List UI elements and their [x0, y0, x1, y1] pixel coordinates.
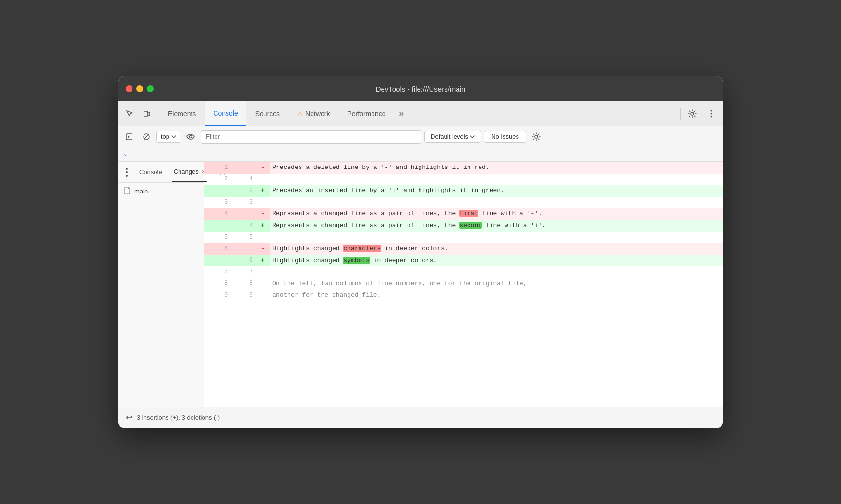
svg-point-5	[711, 116, 712, 117]
line-marker	[254, 278, 270, 290]
table-row: 6 - Highlights changed characters in dee…	[204, 243, 723, 255]
new-line-num: 4	[229, 220, 254, 232]
new-line-num: 9	[229, 289, 254, 301]
line-marker	[254, 266, 270, 277]
line-content: Precedes an inserted line by a '+' and h…	[270, 185, 723, 197]
line-marker	[254, 197, 270, 208]
line-marker: +	[254, 220, 270, 232]
eye-icon[interactable]	[183, 130, 198, 144]
line-content: Highlights changed characters in deeper …	[270, 243, 723, 255]
undo-icon[interactable]: ↩	[126, 413, 132, 422]
line-content	[270, 266, 723, 277]
line-content	[270, 232, 723, 243]
line-content: another for the changed file.	[270, 289, 723, 301]
line-content	[270, 174, 723, 185]
svg-point-3	[711, 110, 712, 111]
titlebar-title: DevTools - file:///Users/main	[376, 85, 466, 93]
top-dropdown[interactable]: top	[156, 131, 180, 143]
file-icon	[124, 187, 131, 196]
old-line-num: 9	[204, 289, 229, 301]
tab-elements[interactable]: Elements	[160, 101, 204, 126]
sidebar-header: Console Changes ✕ ✕	[118, 162, 204, 183]
sidebar-tab-console[interactable]: Console	[137, 162, 164, 182]
svg-point-4	[711, 113, 712, 114]
line-content: Represents a changed line as a pair of l…	[270, 208, 723, 220]
sidebar-file-item[interactable]: main	[118, 183, 204, 200]
new-line-num	[229, 208, 254, 220]
old-line-num: 5	[204, 232, 229, 243]
table-row: 9 9 another for the changed file.	[204, 289, 723, 301]
line-content	[270, 197, 723, 208]
line-marker: -	[254, 162, 270, 174]
customize-icon[interactable]	[704, 106, 719, 121]
console-settings-icon[interactable]	[529, 130, 543, 144]
close-button[interactable]	[126, 85, 132, 92]
line-content: On the left, two columns of line numbers…	[270, 278, 723, 290]
line-marker: +	[254, 185, 270, 197]
run-script-icon[interactable]	[122, 130, 136, 144]
new-line-num: 3	[229, 197, 254, 208]
warning-icon: ⚠	[297, 110, 303, 118]
table-row: 6 + Highlights changed symbols in deeper…	[204, 255, 723, 267]
tabs-bar: Elements Console Sources ⚠ Network Perfo…	[118, 101, 723, 126]
old-line-num	[204, 255, 229, 267]
sidebar-tab-changes[interactable]: Changes ✕	[172, 162, 207, 182]
highlight-del: first	[459, 210, 478, 217]
no-issues-button[interactable]: No Issues	[484, 131, 526, 143]
svg-point-8	[190, 135, 192, 138]
traffic-lights	[126, 85, 154, 92]
tabsbar-right	[680, 106, 719, 121]
old-line-num: 2	[204, 174, 229, 185]
filter-input[interactable]	[201, 130, 421, 144]
new-line-num: 6	[229, 255, 254, 267]
new-line-num: 8	[229, 278, 254, 290]
devtools-icons	[122, 106, 155, 121]
device-toggle-icon[interactable]	[139, 106, 155, 121]
svg-rect-1	[148, 112, 150, 116]
file-name: main	[134, 188, 148, 195]
new-line-num: 5	[229, 232, 254, 243]
line-content: Highlights changed symbols in deeper col…	[270, 255, 723, 267]
line-content: Precedes a deleted line by a '-' and hig…	[270, 162, 723, 174]
tab-sources[interactable]: Sources	[248, 101, 288, 126]
old-line-num: 4	[204, 208, 229, 220]
svg-point-9	[535, 135, 538, 138]
diff-area[interactable]: 1 - Precedes a deleted line by a '-' and…	[204, 162, 723, 407]
old-line-num	[204, 220, 229, 232]
svg-rect-0	[144, 111, 148, 116]
old-line-num: 7	[204, 266, 229, 277]
old-line-num	[204, 185, 229, 197]
inspect-element-icon[interactable]	[122, 106, 137, 121]
old-line-num: 3	[204, 197, 229, 208]
levels-dropdown[interactable]: Default levels	[424, 131, 481, 143]
settings-icon[interactable]	[685, 106, 700, 121]
tab-network[interactable]: ⚠ Network	[289, 101, 337, 126]
table-row: 7 7	[204, 266, 723, 277]
old-line-num: 1	[204, 162, 229, 174]
diff-table: 1 - Precedes a deleted line by a '-' and…	[204, 162, 723, 301]
minimize-button[interactable]	[136, 85, 143, 92]
maximize-button[interactable]	[147, 85, 154, 92]
new-line-num	[229, 162, 254, 174]
divider	[680, 108, 681, 120]
tab-performance[interactable]: Performance	[339, 101, 393, 126]
clear-console-icon[interactable]	[139, 130, 154, 144]
table-row: 8 8 On the left, two columns of line num…	[204, 278, 723, 290]
more-tabs-icon[interactable]: »	[396, 108, 408, 119]
line-marker	[254, 174, 270, 185]
line-marker: +	[254, 255, 270, 267]
new-line-num	[229, 243, 254, 255]
more-options-icon[interactable]	[124, 166, 130, 179]
diff-summary: 3 insertions (+), 3 deletions (-)	[137, 414, 220, 421]
table-row: 2 1	[204, 174, 723, 185]
old-line-num: 8	[204, 278, 229, 290]
new-line-num: 2	[229, 185, 254, 197]
tab-console[interactable]: Console	[205, 101, 245, 126]
panel-area: Console Changes ✕ ✕ main	[118, 162, 723, 407]
new-line-num: 1	[229, 174, 254, 185]
line-marker	[254, 289, 270, 301]
highlight-ins: symbols	[343, 257, 370, 264]
line-marker: -	[254, 243, 270, 255]
table-row: 1 - Precedes a deleted line by a '-' and…	[204, 162, 723, 174]
line-content: Represents a changed line as a pair of l…	[270, 220, 723, 232]
